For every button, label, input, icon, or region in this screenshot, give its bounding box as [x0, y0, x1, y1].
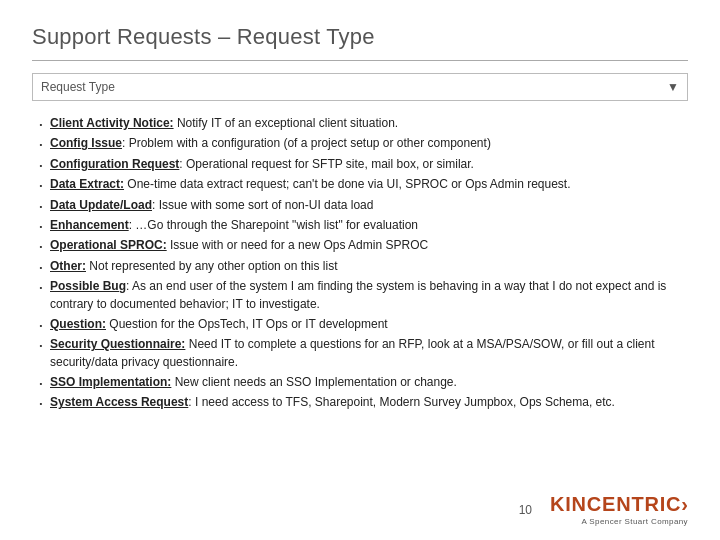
bullet-dot: • [32, 241, 50, 253]
bullet-dot: • [32, 262, 50, 274]
kincentric-logo: KINCENTRIC › A Spencer Stuart Company [550, 493, 688, 526]
divider [32, 60, 688, 61]
item-text: Security Questionnaire: Need IT to compl… [50, 336, 688, 371]
list-item: •System Access Request: I need access to… [32, 394, 688, 411]
item-text: Enhancement: …Go through the Sharepoint … [50, 217, 688, 234]
item-label: SSO Implementation: [50, 375, 171, 389]
list-item: •Config Issue: Problem with a configurat… [32, 135, 688, 152]
list-item: •Possible Bug: As an end user of the sys… [32, 278, 688, 313]
bullet-dot: • [32, 160, 50, 172]
bullet-dot: • [32, 201, 50, 213]
bullet-dot: • [32, 340, 50, 352]
item-text: Data Extract: One-time data extract requ… [50, 176, 688, 193]
item-label: Other: [50, 259, 86, 273]
logo-text: KINCENTRIC [550, 493, 681, 516]
slide-title: Support Requests – Request Type [32, 24, 688, 50]
item-label: Possible Bug [50, 279, 126, 293]
item-text: Configuration Request: Operational reque… [50, 156, 688, 173]
footer: 10 KINCENTRIC › A Spencer Stuart Company [519, 493, 688, 526]
item-text: System Access Request: I need access to … [50, 394, 688, 411]
item-label: Security Questionnaire: [50, 337, 185, 351]
item-text: Config Issue: Problem with a configurati… [50, 135, 688, 152]
list-item: •Client Activity Notice: Notify IT of an… [32, 115, 688, 132]
bullet-list: •Client Activity Notice: Notify IT of an… [32, 115, 688, 412]
logo-chevron-icon: › [681, 493, 688, 516]
list-item: •Other: Not represented by any other opt… [32, 258, 688, 275]
bullet-dot: • [32, 378, 50, 390]
list-item: •Data Extract: One-time data extract req… [32, 176, 688, 193]
bullet-dot: • [32, 398, 50, 410]
item-label: Data Update/Load [50, 198, 152, 212]
logo-subtitle: A Spencer Stuart Company [581, 517, 688, 526]
item-label: Config Issue [50, 136, 122, 150]
bullet-dot: • [32, 221, 50, 233]
item-text: Possible Bug: As an end user of the syst… [50, 278, 688, 313]
item-text: Operational SPROC: Issue with or need fo… [50, 237, 688, 254]
item-label: System Access Request [50, 395, 188, 409]
list-item: •Configuration Request: Operational requ… [32, 156, 688, 173]
page-number: 10 [519, 503, 532, 517]
item-text: Data Update/Load: Issue with some sort o… [50, 197, 688, 214]
list-item: •Enhancement: …Go through the Sharepoint… [32, 217, 688, 234]
request-type-dropdown[interactable]: Request Type ▼ [32, 73, 688, 101]
item-label: Client Activity Notice: [50, 116, 174, 130]
item-text: Other: Not represented by any other opti… [50, 258, 688, 275]
list-item: •SSO Implementation: New client needs an… [32, 374, 688, 391]
list-item: •Security Questionnaire: Need IT to comp… [32, 336, 688, 371]
list-item: •Question: Question for the OpsTech, IT … [32, 316, 688, 333]
dropdown-arrow-icon: ▼ [667, 80, 679, 94]
bullet-dot: • [32, 139, 50, 151]
item-label: Configuration Request [50, 157, 179, 171]
item-label: Data Extract: [50, 177, 124, 191]
item-text: Question: Question for the OpsTech, IT O… [50, 316, 688, 333]
item-label: Operational SPROC: [50, 238, 167, 252]
dropdown-label: Request Type [41, 80, 667, 94]
list-item: •Data Update/Load: Issue with some sort … [32, 197, 688, 214]
bullet-dot: • [32, 119, 50, 131]
slide: Support Requests – Request Type Request … [0, 0, 720, 540]
item-text: SSO Implementation: New client needs an … [50, 374, 688, 391]
item-label: Enhancement [50, 218, 129, 232]
list-item: •Operational SPROC: Issue with or need f… [32, 237, 688, 254]
item-text: Client Activity Notice: Notify IT of an … [50, 115, 688, 132]
bullet-dot: • [32, 180, 50, 192]
bullet-dot: • [32, 282, 50, 294]
item-label: Question: [50, 317, 106, 331]
bullet-dot: • [32, 320, 50, 332]
